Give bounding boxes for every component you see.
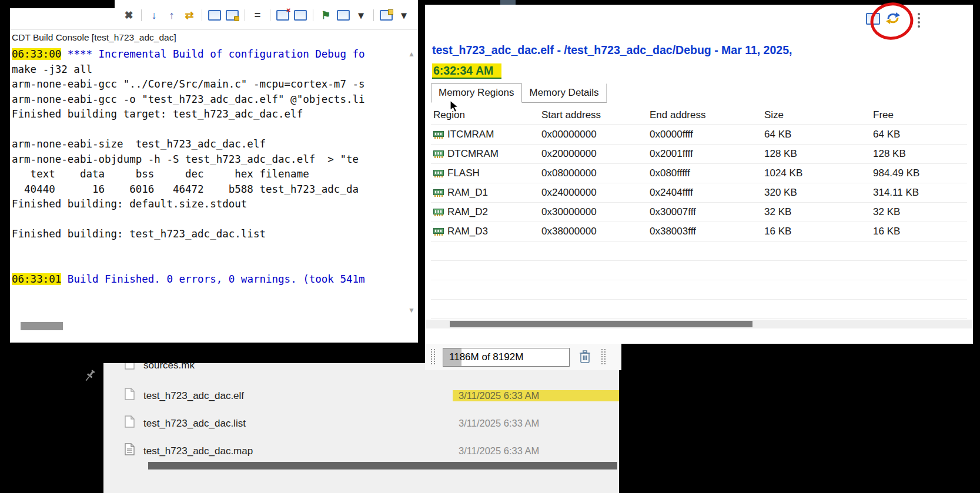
scroll-down-icon[interactable]: ▼ (408, 307, 415, 314)
memory-region-row[interactable]: RAM_D20x300000000x30007fff32 KB32 KB (431, 203, 967, 222)
window-edge (0, 0, 115, 8)
table-cell: 0x20000000 (539, 145, 647, 164)
console-line: Finished building target: test_h723_adc_… (12, 107, 404, 122)
console-output[interactable]: 06:33:00 **** Incremental Build of confi… (12, 47, 404, 289)
table-cell: 32 KB (762, 203, 871, 222)
trash-icon (578, 349, 592, 364)
tab-memory-details[interactable]: Memory Details (522, 83, 607, 102)
column-header-start-address[interactable]: Start address (539, 106, 647, 125)
pushpin-icon (83, 369, 96, 383)
refresh-icon[interactable] (885, 11, 901, 28)
table-cell: 0x00000000 (539, 125, 647, 145)
table-cell (431, 242, 539, 261)
console-panel: ✖↓↑⇄=✕⚑▾▾ CDT Build Console [test_h723_a… (10, 0, 418, 343)
table-cell (539, 300, 647, 319)
show-previous-console-icon[interactable]: ↑ (165, 8, 179, 22)
memory-chip-icon (433, 131, 444, 139)
drag-grip-icon[interactable] (431, 349, 435, 364)
build-analyzer-panel: test_h723_adc_dac.elf - /test_h723_adc_d… (425, 5, 973, 344)
pin-console-icon[interactable]: ⚑ (319, 8, 333, 22)
memory-region-row[interactable]: ITCMRAM0x000000000x0000ffff64 KB64 KB (431, 125, 967, 145)
export-log-icon[interactable] (208, 8, 222, 22)
table-cell: 16 KB (762, 222, 871, 242)
memory-region-row[interactable]: DTCMRAM0x200000000x2001ffff128 KB128 KB (431, 145, 967, 164)
lock-console-icon[interactable] (225, 8, 239, 22)
table-cell: 0x30000000 (539, 203, 647, 222)
memory-region-row[interactable]: RAM_D10x240000000x2404ffff320 KB314.11 K… (431, 183, 967, 203)
clone-console-icon[interactable] (293, 8, 307, 22)
console-line (12, 257, 404, 272)
column-header-end-address[interactable]: End address (647, 106, 762, 125)
empty-row (431, 300, 967, 319)
table-cell (762, 242, 871, 261)
column-header-free[interactable]: Free (871, 106, 967, 125)
file-icon (125, 388, 135, 403)
file-name: test_h723_adc_dac.list (143, 418, 246, 430)
table-cell (539, 261, 647, 280)
file-lines-icon (125, 443, 135, 458)
column-header-region[interactable]: Region (431, 106, 539, 125)
region-cell: RAM_D2 (431, 203, 539, 222)
dropdown-caret-icon[interactable]: ▾ (397, 8, 411, 22)
file-icon (125, 363, 135, 372)
file-modified-date: 3/11/2025 6:33 AM (453, 445, 619, 457)
region-cell: ITCMRAM (431, 125, 539, 145)
sync-console-icon[interactable]: ⇄ (182, 8, 196, 22)
heap-status: 1186M of 8192M (443, 348, 570, 367)
table-cell (647, 280, 762, 300)
region-cell: FLASH (431, 164, 539, 183)
console-line: 06:33:01 Build Finished. 0 errors, 0 war… (12, 272, 404, 287)
table-cell: 1024 KB (762, 164, 871, 183)
table-cell: 128 KB (871, 145, 967, 164)
window-fragment (500, 0, 516, 5)
drag-grip-icon[interactable] (601, 349, 606, 364)
console-line: 40440 16 6016 46472 b588 test_h723_adc_d… (12, 182, 404, 197)
file-row[interactable]: test_h723_adc_dac.list3/11/2025 6:33 AM (120, 413, 619, 441)
empty-row (431, 242, 967, 261)
scroll-up-icon[interactable]: ▲ (408, 51, 415, 58)
column-header-size[interactable]: Size (762, 106, 871, 125)
dropdown-caret-icon[interactable]: ▾ (354, 8, 368, 22)
remove-console-icon[interactable]: ✕ (276, 8, 290, 22)
toolbar-separator (202, 9, 202, 21)
table-cell (539, 280, 647, 300)
memory-region-row[interactable]: FLASH0x080000000x080fffff1024 KB984.49 K… (431, 164, 967, 183)
table-cell (431, 261, 539, 280)
run-garbage-collector-button[interactable] (577, 348, 593, 365)
memory-chip-icon (433, 170, 444, 177)
memory-region-row[interactable]: RAM_D30x380000000x38003fff16 KB16 KB (431, 222, 967, 242)
empty-row (431, 280, 967, 300)
explorer-scrollbar-thumb[interactable] (148, 462, 617, 469)
scroll-lock-icon[interactable]: = (250, 8, 265, 22)
table-cell: 32 KB (871, 203, 967, 222)
table-cell (762, 300, 871, 319)
file-name: test_h723_adc_dac.map (143, 445, 253, 457)
open-console-icon[interactable] (379, 8, 393, 22)
console-line (12, 212, 404, 227)
console-line: arm-none-eabi-gcc "../Core/Src/main.c" -… (12, 77, 404, 92)
display-console-icon[interactable] (336, 8, 350, 22)
status-bar: 1186M of 8192M (425, 344, 621, 370)
console-line: arm-none-eabi-size test_h723_adc_dac.elf (12, 137, 404, 152)
show-next-console-icon[interactable]: ↓ (147, 8, 161, 22)
toolbar-separator (141, 9, 142, 21)
file-modified-date: 3/11/2025 6:33 AM (453, 390, 619, 401)
tab-memory-regions[interactable]: Memory Regions (431, 83, 522, 103)
export-icon[interactable] (866, 13, 880, 27)
table-cell: 984.49 KB (871, 164, 967, 183)
table-cell: 0x24000000 (539, 183, 647, 203)
toolbar-separator (373, 9, 374, 21)
file-name: test_h723_adc_dac.elf (143, 390, 244, 402)
file-row[interactable]: test_h723_adc_dac.elf3/11/2025 6:33 AM (120, 385, 619, 413)
clear-console-icon[interactable]: ✖ (122, 8, 136, 22)
more-options-icon[interactable] (918, 13, 920, 28)
memory-chip-icon (433, 209, 444, 216)
table-cell (871, 261, 967, 280)
analyzer-scrollbar-thumb[interactable] (450, 321, 752, 327)
analyzer-horizontal-scrollbar[interactable] (425, 320, 973, 328)
toolbar-separator (245, 9, 245, 21)
table-cell (431, 280, 539, 300)
horizontal-scrollbar-thumb[interactable] (21, 322, 63, 330)
toolbar-divider (10, 29, 418, 30)
table-cell (762, 261, 871, 280)
